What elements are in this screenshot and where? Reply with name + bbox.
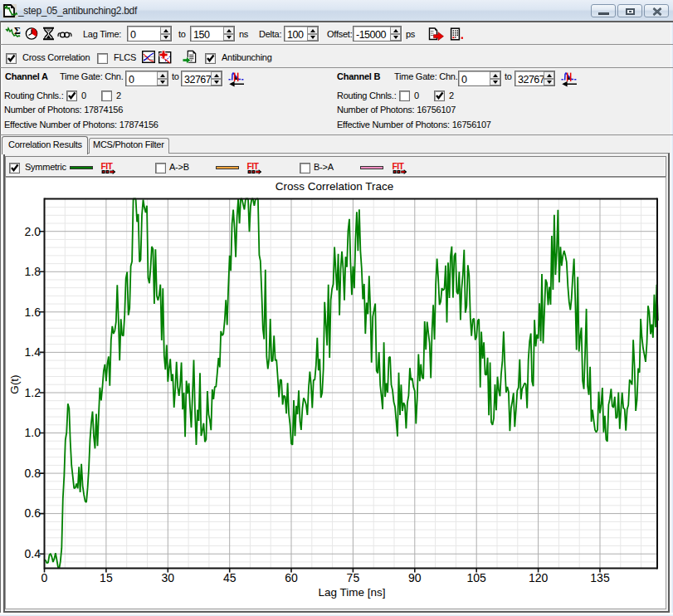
svg-text:45: 45 (223, 571, 237, 584)
svg-text:0.6: 0.6 (25, 506, 41, 520)
svg-text:1.0: 1.0 (25, 426, 41, 439)
svg-text:75: 75 (347, 571, 360, 584)
svg-text:FIT: FIT (247, 162, 260, 171)
svg-text:30: 30 (162, 571, 175, 584)
svg-text:105: 105 (467, 571, 487, 584)
svg-text:G(t): G(t) (8, 374, 21, 394)
svg-text:1.4: 1.4 (25, 345, 41, 359)
svg-text:0.8: 0.8 (25, 467, 41, 480)
svg-text:FIT: FIT (393, 162, 405, 171)
svg-text:60: 60 (285, 571, 298, 584)
svg-text:120: 120 (529, 571, 549, 584)
svg-text:0.4: 0.4 (25, 547, 41, 560)
svg-text:15: 15 (100, 571, 113, 584)
svg-text:2.0: 2.0 (25, 225, 41, 238)
svg-text:Lag Time [ns]: Lag Time [ns] (318, 586, 385, 599)
svg-text:1.2: 1.2 (25, 386, 41, 399)
svg-text:FIT: FIT (101, 162, 114, 171)
svg-text:135: 135 (590, 571, 610, 584)
svg-text:0: 0 (41, 571, 48, 584)
svg-text:Σ: Σ (14, 26, 21, 37)
svg-text:1.8: 1.8 (25, 265, 41, 278)
svg-text:Cross Correlation Trace: Cross Correlation Trace (276, 180, 394, 193)
svg-text:1.6: 1.6 (25, 306, 41, 319)
svg-text:90: 90 (408, 571, 422, 584)
